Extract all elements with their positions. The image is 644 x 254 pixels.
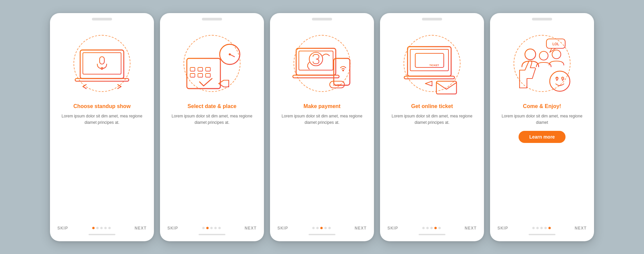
illustration-1 — [65, 27, 139, 100]
phone-notch-1 — [92, 18, 112, 20]
screen-content-5: LOL — [490, 20, 594, 223]
phone-footer-3: SKIP NEXT — [270, 223, 374, 241]
laptop-mic-icon — [70, 32, 134, 95]
skip-btn-3[interactable]: SKIP — [277, 226, 288, 231]
dot-3-1 — [312, 227, 315, 229]
dot-5-5 — [548, 227, 551, 229]
dot-1-3 — [100, 227, 103, 229]
screen-content-4: TICKET Get online ticket Lor — [380, 20, 484, 223]
nav-dots-2 — [202, 227, 221, 229]
phone-footer-1: SKIP NEXT — [50, 223, 154, 241]
screen-desc-4: Lorem ipsum dolor sit dim amet, mea regi… — [387, 113, 477, 126]
illustration-5: LOL — [505, 27, 579, 100]
svg-point-50 — [552, 50, 561, 59]
dot-2-2 — [206, 227, 209, 229]
nav-row-3: SKIP NEXT — [277, 223, 367, 232]
next-btn-4[interactable]: NEXT — [465, 226, 477, 231]
nav-row-2: SKIP NEXT — [167, 223, 257, 232]
calendar-clock-icon — [180, 32, 244, 95]
dot-2-1 — [202, 227, 205, 229]
screen-desc-1: Lorem ipsum dolor sit dim amet, mea regi… — [57, 113, 147, 126]
phone-screen-5: LOL — [490, 13, 594, 241]
phone-screen-3: CLICK Make payment Lorem ipsum dolor sit… — [270, 13, 374, 241]
next-btn-1[interactable]: NEXT — [135, 226, 147, 231]
phone-notch-4 — [422, 18, 442, 20]
dot-1-5 — [108, 227, 111, 229]
dot-5-2 — [536, 227, 539, 229]
phone-screen-2: Select date & place Lorem ipsum dolor si… — [160, 13, 264, 241]
ticket-icon: TICKET — [400, 32, 464, 95]
screen-title-3: Make payment — [304, 103, 340, 110]
svg-text:LOL: LOL — [552, 42, 559, 46]
screens-container: Choose standup show Lorem ipsum dolor si… — [43, 6, 601, 248]
skip-btn-5[interactable]: SKIP — [497, 226, 508, 231]
dot-5-4 — [544, 227, 547, 229]
svg-rect-2 — [75, 79, 129, 81]
screen-desc-2: Lorem ipsum dolor sit dim amet, mea regi… — [167, 113, 257, 126]
phone-footer-5: SKIP NEXT — [490, 223, 594, 241]
skip-btn-4[interactable]: SKIP — [387, 226, 398, 231]
dot-1-2 — [96, 227, 99, 229]
next-btn-3[interactable]: NEXT — [355, 226, 367, 231]
dot-2-5 — [218, 227, 221, 229]
dot-5-1 — [532, 227, 535, 229]
bottom-bar-4 — [419, 234, 445, 235]
phone-notch-5 — [532, 18, 552, 20]
nav-dots-1 — [92, 227, 111, 229]
dot-3-3 — [320, 227, 323, 229]
phone-footer-4: SKIP NEXT — [380, 223, 484, 241]
dot-1-4 — [104, 227, 107, 229]
nav-row-5: SKIP NEXT — [497, 223, 587, 232]
phone-screen-1: Choose standup show Lorem ipsum dolor si… — [50, 13, 154, 241]
screen-content-3: CLICK Make payment Lorem ipsum dolor sit… — [270, 20, 374, 223]
svg-point-49 — [539, 51, 548, 60]
nav-dots-5 — [532, 227, 551, 229]
nav-dots-3 — [312, 227, 331, 229]
next-btn-2[interactable]: NEXT — [245, 226, 257, 231]
screen-desc-3: Lorem ipsum dolor sit dim amet, mea regi… — [277, 113, 367, 126]
bottom-bar-1 — [89, 234, 115, 235]
svg-text:TICKET: TICKET — [429, 64, 439, 67]
dot-4-3 — [430, 227, 433, 229]
dot-2-3 — [210, 227, 213, 229]
dot-4-5 — [438, 227, 441, 229]
svg-text:CLICK: CLICK — [333, 84, 341, 87]
bottom-bar-3 — [309, 234, 335, 235]
bottom-bar-5 — [529, 234, 555, 235]
svg-rect-37 — [404, 76, 454, 79]
svg-rect-12 — [198, 67, 203, 71]
nav-row-1: SKIP NEXT — [57, 223, 147, 232]
dot-3-5 — [328, 227, 331, 229]
dot-4-2 — [426, 227, 429, 229]
illustration-4: TICKET — [395, 27, 469, 100]
learn-more-button[interactable]: Learn more — [519, 131, 566, 143]
svg-point-22 — [229, 53, 231, 55]
screen-content-2: Select date & place Lorem ipsum dolor si… — [160, 20, 264, 223]
svg-point-53 — [550, 71, 570, 91]
skip-btn-1[interactable]: SKIP — [57, 226, 68, 231]
next-btn-5[interactable]: NEXT — [575, 226, 587, 231]
dot-3-2 — [316, 227, 319, 229]
svg-rect-16 — [206, 73, 210, 77]
bottom-bar-2 — [199, 234, 225, 235]
enjoy-icon: LOL — [510, 32, 574, 95]
screen-title-2: Select date & place — [187, 103, 236, 110]
screen-desc-5: Lorem ipsum dolor sit dim amet, mea regi… — [497, 113, 587, 126]
dot-1-1 — [92, 227, 95, 229]
dot-2-4 — [214, 227, 217, 229]
dot-4-1 — [422, 227, 425, 229]
phone-footer-2: SKIP NEXT — [160, 223, 264, 241]
svg-rect-15 — [198, 73, 203, 77]
screen-title-5: Come & Enjoy! — [523, 103, 561, 110]
svg-rect-46 — [436, 81, 457, 94]
illustration-3: CLICK — [285, 27, 359, 100]
skip-btn-2[interactable]: SKIP — [167, 226, 178, 231]
svg-point-32 — [342, 69, 344, 71]
screen-title-4: Get online ticket — [411, 103, 453, 110]
illustration-2 — [175, 27, 249, 100]
payment-icon: CLICK — [290, 32, 354, 95]
screen-title-1: Choose standup show — [73, 103, 131, 110]
dot-4-4 — [434, 227, 437, 229]
svg-point-48 — [525, 49, 536, 60]
dot-5-3 — [540, 227, 543, 229]
